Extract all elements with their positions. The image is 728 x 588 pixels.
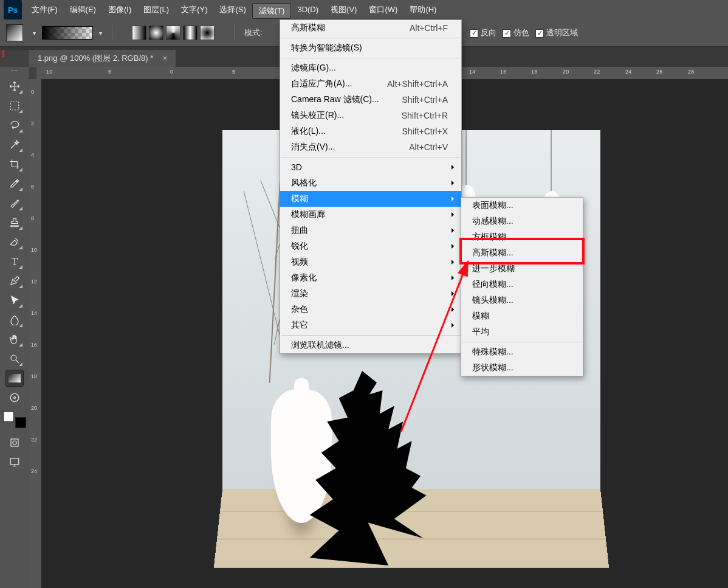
- menu-view[interactable]: 视图(V): [325, 0, 363, 19]
- svg-rect-0: [10, 102, 19, 110]
- foreground-swatch[interactable]: [3, 411, 14, 422]
- blur-motion[interactable]: 动感模糊...: [461, 213, 583, 229]
- toolbox: [0, 67, 29, 588]
- lasso-tool[interactable]: [5, 117, 24, 134]
- svg-point-5: [13, 441, 16, 444]
- gradient-angle-icon[interactable]: [166, 26, 180, 40]
- filter-distort[interactable]: 扭曲: [280, 223, 461, 238]
- filter-browse-online[interactable]: 浏览联机滤镜...: [280, 337, 461, 353]
- menu-filter[interactable]: 滤镜(T): [252, 3, 292, 19]
- menu-select[interactable]: 选择(S): [213, 0, 252, 19]
- shape-tool[interactable]: [5, 311, 24, 328]
- gradient-linear-icon[interactable]: [132, 26, 146, 40]
- menubar: Ps 文件(F) 编辑(E) 图像(I) 图层(L) 文字(Y) 选择(S) 滤…: [0, 0, 728, 19]
- quickmask-tool[interactable]: [5, 434, 24, 451]
- zoom-tool[interactable]: [5, 350, 24, 367]
- filter-other[interactable]: 其它: [280, 317, 461, 333]
- eraser-tool[interactable]: [5, 233, 24, 251]
- filter-last[interactable]: 高斯模糊Alt+Ctrl+F: [280, 20, 461, 36]
- menu-help[interactable]: 帮助(H): [403, 0, 442, 19]
- edit-3d-tool[interactable]: [5, 389, 24, 406]
- close-icon[interactable]: ×: [163, 54, 168, 63]
- filter-smart[interactable]: 转换为智能滤镜(S): [280, 40, 461, 56]
- type-tool[interactable]: [5, 253, 24, 270]
- annotation-highlight-box: [459, 238, 585, 265]
- ruler-vertical: 0 2 4 6 8 10 12 14 16 18 20 22 24: [29, 79, 41, 588]
- gradient-reflected-icon[interactable]: [183, 26, 197, 40]
- tool-preset-dd[interactable]: ▾: [33, 30, 36, 36]
- blur-radial[interactable]: 径向模糊...: [461, 277, 583, 292]
- gradient-diamond-icon[interactable]: [200, 26, 215, 40]
- filter-lens-correct[interactable]: 镜头校正(R)...Shift+Ctrl+R: [280, 108, 461, 123]
- separator: [462, 342, 582, 342]
- filter-adaptive-wide[interactable]: 自适应广角(A)...Alt+Shift+Ctrl+A: [280, 76, 461, 92]
- filter-stylize[interactable]: 风格化: [280, 175, 461, 191]
- document-title: 1.png @ 100% (图层 2, RGB/8) *: [38, 54, 153, 63]
- gradient-type-group: [132, 26, 215, 40]
- mode-dd[interactable]: [269, 29, 276, 38]
- menu-3d[interactable]: 3D(D): [291, 0, 325, 19]
- path-select-tool[interactable]: [5, 292, 24, 309]
- panel-indicator: [2, 50, 4, 57]
- stamp-tool[interactable]: [5, 214, 24, 231]
- filter-menu[interactable]: 高斯模糊Alt+Ctrl+F 转换为智能滤镜(S) 滤镜库(G)... 自适应广…: [280, 19, 462, 354]
- filter-render[interactable]: 渲染: [280, 286, 461, 302]
- svg-point-1: [11, 355, 16, 361]
- gradient-preview[interactable]: [42, 26, 93, 40]
- blur-surface[interactable]: 表面模糊...: [461, 198, 583, 213]
- eyedropper-tool[interactable]: [5, 175, 24, 192]
- filter-3d[interactable]: 3D: [280, 159, 461, 175]
- document-tab[interactable]: 1.png @ 100% (图层 2, RGB/8) * ×: [29, 50, 176, 67]
- svg-point-2: [14, 397, 16, 399]
- background-swatch[interactable]: [15, 417, 26, 428]
- filter-blur[interactable]: 模糊: [280, 191, 461, 207]
- filter-gallery[interactable]: 滤镜库(G)...: [280, 60, 461, 76]
- magic-wand-tool[interactable]: [5, 136, 24, 153]
- gradient-radial-icon[interactable]: [149, 26, 163, 40]
- opt-reverse[interactable]: 反向: [470, 27, 496, 38]
- separator: [281, 335, 461, 336]
- separator: [281, 58, 461, 58]
- pen-tool[interactable]: [5, 272, 24, 289]
- filter-pixelate[interactable]: 像素化: [280, 270, 461, 286]
- screenmode-tool[interactable]: [5, 454, 24, 471]
- filter-camera-raw[interactable]: Camera Raw 滤镜(C)...Shift+Ctrl+A: [280, 92, 461, 108]
- checkbox-icon[interactable]: [535, 29, 544, 38]
- menu-image[interactable]: 图像(I): [102, 0, 137, 19]
- blur-blur[interactable]: 模糊: [461, 308, 583, 324]
- filter-noise[interactable]: 杂色: [280, 302, 461, 317]
- filter-blur-gallery[interactable]: 模糊画廊: [280, 207, 461, 223]
- checkbox-icon[interactable]: [470, 29, 478, 38]
- gradient-bar-tool[interactable]: [5, 370, 24, 387]
- filter-sharpen[interactable]: 锐化: [280, 238, 461, 254]
- blur-submenu[interactable]: 表面模糊... 动感模糊... 方框模糊... 高斯模糊... 进一步模糊 径向…: [461, 197, 583, 376]
- blur-special[interactable]: 特殊模糊...: [461, 344, 583, 360]
- fg-bg-swatches[interactable]: [3, 411, 26, 433]
- menu-type[interactable]: 文字(Y): [175, 0, 213, 19]
- opt-dither[interactable]: 仿色: [503, 27, 529, 38]
- current-tool-icon[interactable]: [6, 24, 23, 41]
- menu-window[interactable]: 窗口(W): [363, 0, 403, 19]
- blur-average[interactable]: 平均: [461, 324, 583, 340]
- mode-label: 模式:: [244, 27, 263, 38]
- svg-rect-6: [10, 458, 19, 465]
- blur-lens[interactable]: 镜头模糊...: [461, 292, 583, 308]
- checkbox-icon[interactable]: [503, 29, 511, 38]
- opt-transparent[interactable]: 透明区域: [535, 27, 578, 38]
- menu-layer[interactable]: 图层(L): [137, 0, 175, 19]
- filter-video[interactable]: 视频: [280, 254, 461, 270]
- marquee-tool[interactable]: [5, 97, 24, 114]
- blur-shape[interactable]: 形状模糊...: [461, 360, 583, 376]
- ps-logo: Ps: [4, 0, 22, 19]
- crop-tool[interactable]: [5, 156, 24, 173]
- separator: [112, 24, 112, 41]
- move-tool[interactable]: [5, 78, 24, 95]
- filter-liquify[interactable]: 液化(L)...Shift+Ctrl+X: [280, 123, 461, 139]
- filter-vanishing[interactable]: 消失点(V)...Alt+Ctrl+V: [280, 139, 461, 155]
- brush-tool[interactable]: [5, 195, 24, 212]
- menu-edit[interactable]: 编辑(E): [64, 0, 102, 19]
- menu-file[interactable]: 文件(F): [26, 0, 64, 19]
- separator: [281, 38, 461, 38]
- gradient-dd[interactable]: ▾: [99, 30, 102, 36]
- hand-tool[interactable]: [5, 331, 24, 348]
